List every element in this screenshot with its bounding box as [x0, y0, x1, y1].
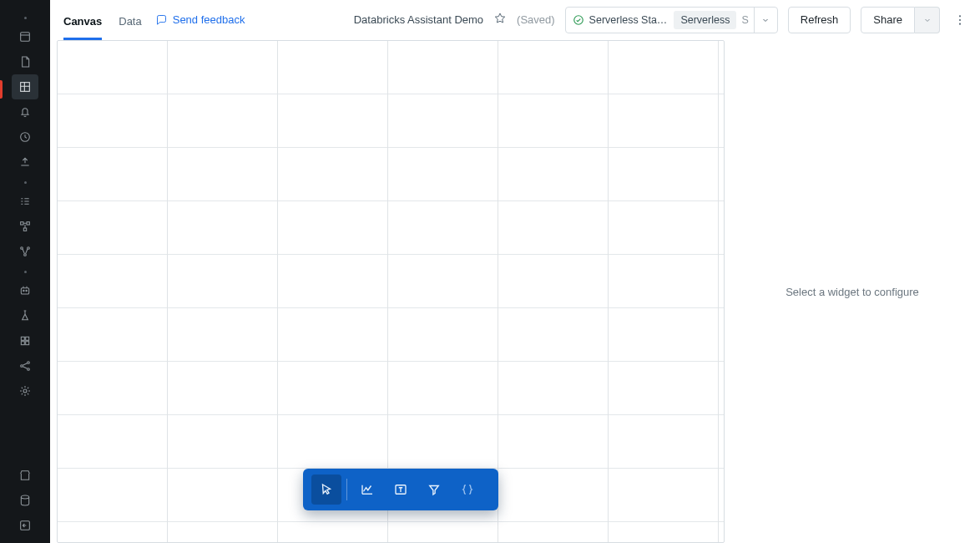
- nav-history[interactable]: [12, 124, 38, 150]
- more-options-button[interactable]: [950, 7, 970, 33]
- dashboard-canvas[interactable]: [57, 40, 725, 543]
- nav-marketplace[interactable]: [12, 463, 38, 488]
- history-icon: [18, 130, 32, 144]
- send-feedback-label: Send feedback: [173, 13, 245, 26]
- svg-point-24: [959, 18, 961, 20]
- svg-point-18: [28, 368, 30, 371]
- tab-canvas[interactable]: Canvas: [63, 3, 102, 40]
- nav-tasks[interactable]: [12, 189, 38, 214]
- nav-new-file[interactable]: [12, 49, 38, 74]
- nav-experiments[interactable]: [12, 303, 38, 328]
- document-title[interactable]: Databricks Assistant Demo: [354, 13, 483, 26]
- text-tool[interactable]: [386, 474, 416, 505]
- filter-tool[interactable]: [419, 474, 449, 505]
- send-feedback-link[interactable]: Send feedback: [155, 13, 245, 26]
- config-empty-message: Select a widget to configure: [786, 286, 919, 298]
- settings-icon: [18, 384, 32, 398]
- top-bar: Canvas Data Send feedback Databricks Ass…: [50, 0, 980, 40]
- svg-point-11: [26, 290, 27, 291]
- cluster-size-suffix: S: [740, 14, 753, 26]
- refresh-button[interactable]: Refresh: [788, 7, 851, 33]
- svg-point-7: [28, 247, 30, 250]
- assistant-icon: [18, 284, 32, 297]
- workflows-icon: [18, 220, 32, 233]
- text-box-icon: [393, 482, 408, 497]
- toolbox-separator: [346, 479, 347, 500]
- nav-workflows[interactable]: [12, 214, 38, 239]
- svg-rect-5: [23, 228, 26, 231]
- svg-rect-14: [21, 342, 24, 345]
- svg-rect-13: [26, 337, 29, 340]
- svg-rect-15: [26, 342, 29, 345]
- svg-point-6: [21, 247, 23, 250]
- svg-point-17: [28, 362, 30, 364]
- favorite-toggle[interactable]: [493, 12, 507, 28]
- cluster-status-label: Serverless Sta…: [589, 14, 668, 26]
- svg-point-8: [24, 254, 27, 256]
- chevron-down-icon: [922, 15, 932, 25]
- svg-point-20: [21, 495, 28, 499]
- svg-point-25: [959, 23, 961, 24]
- star-icon: [493, 12, 507, 25]
- svg-point-19: [23, 389, 27, 393]
- home-icon: [18, 30, 32, 43]
- chart-tool[interactable]: [352, 474, 382, 505]
- cluster-type-pill: Serverless: [674, 11, 736, 29]
- code-tool[interactable]: [452, 474, 482, 505]
- logout-icon: [18, 519, 32, 532]
- nav-logout[interactable]: [12, 513, 38, 538]
- models-icon: [18, 334, 32, 348]
- chevron-down-icon: [760, 15, 770, 25]
- pointer-icon: [319, 482, 334, 497]
- cluster-status: Serverless Sta…: [566, 8, 674, 33]
- share-dropdown-caret[interactable]: [915, 7, 940, 33]
- nav-assistant[interactable]: [12, 278, 38, 303]
- graph-icon: [18, 359, 32, 373]
- kebab-icon: [953, 13, 967, 27]
- save-status: (Saved): [517, 13, 555, 26]
- pointer-tool[interactable]: [311, 474, 341, 505]
- filter-icon: [427, 482, 442, 497]
- nav-graph[interactable]: [12, 353, 38, 378]
- nav-upload[interactable]: [12, 150, 38, 175]
- main-area: Canvas Data Send feedback Databricks Ass…: [50, 0, 980, 543]
- nav-pipelines[interactable]: [12, 239, 38, 264]
- rail-separator-dot: [24, 271, 27, 273]
- share-button[interactable]: Share: [861, 7, 915, 33]
- svg-rect-4: [27, 222, 29, 225]
- svg-point-22: [573, 15, 583, 24]
- svg-point-10: [23, 290, 24, 291]
- widget-toolbox: [303, 469, 498, 510]
- svg-rect-0: [21, 33, 30, 42]
- left-nav-rail: [0, 0, 50, 543]
- pipelines-icon: [18, 245, 32, 258]
- cluster-dropdown-caret[interactable]: [754, 8, 777, 33]
- svg-rect-1: [21, 83, 30, 92]
- nav-settings[interactable]: [12, 378, 38, 403]
- share-button-group: Share: [861, 7, 940, 33]
- tasks-icon: [18, 195, 32, 208]
- rail-separator-dot: [24, 17, 27, 19]
- nav-alerts[interactable]: [12, 99, 38, 124]
- svg-point-16: [21, 365, 23, 368]
- nav-models[interactable]: [12, 328, 38, 353]
- cluster-selector[interactable]: Serverless Sta… Serverless S: [565, 7, 778, 33]
- tab-data[interactable]: Data: [119, 3, 141, 40]
- svg-point-23: [959, 15, 961, 17]
- marketplace-icon: [18, 469, 32, 482]
- svg-rect-3: [21, 222, 23, 225]
- braces-icon: [460, 482, 475, 497]
- new-notebook-icon: [18, 55, 32, 69]
- nav-home[interactable]: [12, 24, 38, 49]
- rail-separator-dot: [24, 181, 27, 184]
- svg-rect-9: [21, 288, 28, 294]
- nav-dashboard[interactable]: [12, 74, 38, 99]
- widget-config-panel: Select a widget to configure: [725, 40, 980, 543]
- nav-compute[interactable]: [12, 488, 38, 513]
- check-circle-icon: [573, 14, 584, 26]
- compute-icon: [18, 494, 32, 507]
- workspace: Select a widget to configure: [50, 40, 980, 543]
- svg-rect-12: [21, 337, 24, 340]
- rail-active-indicator: [0, 80, 3, 99]
- upload-icon: [18, 155, 32, 169]
